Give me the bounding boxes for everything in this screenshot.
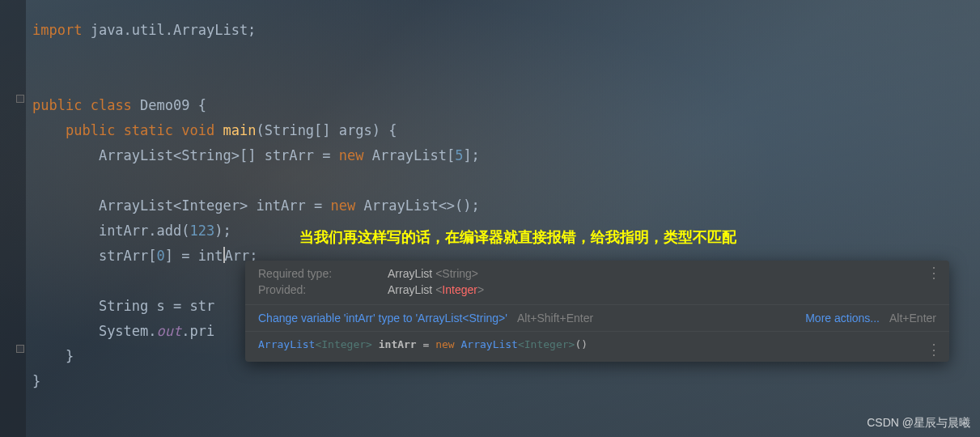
keyword-void: void (181, 122, 214, 138)
required-type-value: ArrayList <String> (388, 267, 478, 280)
watermark: CSDN @星辰与晨曦 (867, 416, 970, 431)
fold-marker-icon[interactable] (16, 95, 24, 103)
code-hint: ArrayList<Integer> intArr = new ArrayLis… (245, 331, 949, 362)
required-type-label: Required type: (258, 267, 388, 280)
provided-label: Provided: (258, 283, 388, 296)
method-main: main (223, 122, 257, 138)
quick-fix-link[interactable]: Change variable 'intArr' type to 'ArrayL… (258, 312, 507, 325)
shortcut-label: Alt+Shift+Enter (517, 312, 593, 325)
shortcut-label: Alt+Enter (889, 312, 936, 325)
fold-marker-icon[interactable] (16, 345, 24, 353)
error-underline: strArr[0] (99, 248, 173, 264)
kebab-icon[interactable]: ⋮ (927, 346, 941, 354)
keyword-public: public (32, 97, 82, 113)
user-annotation: 当我们再这样写的话，在编译器就直接报错，给我指明，类型不匹配 (299, 227, 736, 247)
kebab-icon[interactable]: ⋮ (927, 269, 941, 277)
provided-value: ArrayList <Integer> (388, 283, 484, 296)
editor-gutter (0, 0, 26, 437)
class-name: Demo09 (140, 97, 189, 113)
keyword-public: public (66, 122, 115, 138)
error-tooltip: ⋮ Required type: ArrayList <String> Prov… (245, 261, 949, 362)
more-actions-link[interactable]: More actions... (805, 312, 880, 325)
keyword-static: static (124, 122, 173, 138)
keyword-class: class (91, 97, 132, 113)
text-cursor (223, 247, 225, 263)
import-path: java.util.ArrayList; (82, 22, 256, 38)
keyword-import: import (32, 22, 82, 38)
error-underline: int (198, 248, 223, 264)
